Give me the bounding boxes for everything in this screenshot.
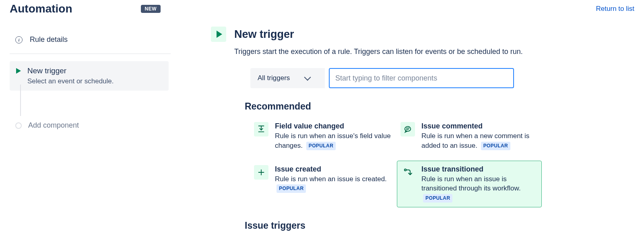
trigger-card-desc: Rule is run when an issue's field value … bbox=[275, 131, 392, 151]
step-subtitle: Select an event or schedule. bbox=[27, 77, 114, 86]
download-to-line-icon bbox=[254, 122, 268, 136]
info-icon: i bbox=[15, 36, 23, 43]
trigger-card[interactable]: Issue commentedRule is run when a new co… bbox=[397, 118, 542, 155]
category-select[interactable]: All triggers bbox=[250, 68, 325, 88]
main-description: Triggers start the execution of a rule. … bbox=[234, 48, 634, 56]
popular-badge: POPULAR bbox=[481, 142, 510, 150]
step-new-trigger[interactable]: New trigger Select an event or schedule. bbox=[10, 61, 169, 91]
return-to-list-link[interactable]: Return to list bbox=[596, 5, 634, 13]
chevron-down-icon bbox=[304, 74, 311, 81]
trigger-card-desc: Rule is run when an issue is transitione… bbox=[421, 174, 538, 203]
trigger-card[interactable]: Issue transitionedRule is run when an is… bbox=[397, 161, 542, 207]
plus-icon bbox=[254, 165, 268, 180]
rule-details-item[interactable]: i Rule details bbox=[10, 31, 171, 48]
recommended-heading: Recommended bbox=[245, 101, 634, 112]
transition-icon bbox=[400, 165, 415, 180]
popular-badge: POPULAR bbox=[277, 184, 306, 193]
main-title: New trigger bbox=[234, 28, 294, 41]
divider bbox=[10, 54, 171, 54]
trigger-card-title: Issue created bbox=[275, 165, 392, 174]
trigger-card-title: Issue transitioned bbox=[421, 165, 538, 174]
add-component-label: Add component bbox=[28, 121, 79, 130]
step-title: New trigger bbox=[27, 66, 114, 76]
play-icon bbox=[217, 31, 222, 38]
trigger-card-title: Field value changed bbox=[275, 122, 392, 130]
play-icon bbox=[16, 68, 21, 74]
hollow-circle-icon bbox=[15, 122, 22, 129]
add-component-item[interactable]: Add component bbox=[10, 120, 171, 131]
comment-icon bbox=[400, 122, 415, 136]
connector-line bbox=[20, 85, 21, 116]
trigger-card-title: Issue commented bbox=[421, 122, 538, 130]
category-select-label: All triggers bbox=[258, 74, 290, 82]
trigger-card-desc: Rule is run when a new comment is added … bbox=[421, 131, 538, 151]
trigger-card-desc: Rule is run when an issue is created. PO… bbox=[275, 174, 392, 194]
search-input[interactable] bbox=[329, 68, 514, 88]
trigger-card[interactable]: Field value changedRule is run when an i… bbox=[250, 118, 395, 155]
issue-triggers-heading: Issue triggers bbox=[245, 220, 634, 231]
trigger-tile-icon bbox=[211, 27, 226, 42]
trigger-card[interactable]: Issue createdRule is run when an issue i… bbox=[250, 161, 395, 207]
popular-badge: POPULAR bbox=[423, 194, 452, 203]
popular-badge: POPULAR bbox=[306, 142, 336, 150]
rule-details-label: Rule details bbox=[30, 35, 68, 44]
